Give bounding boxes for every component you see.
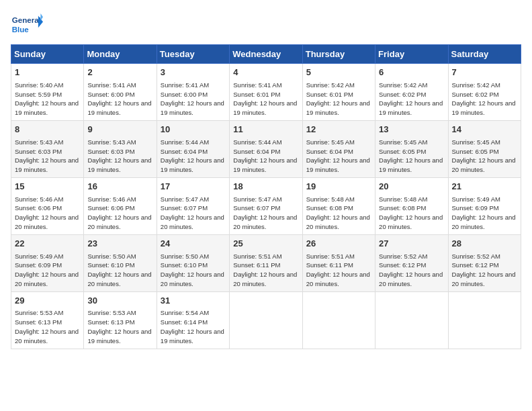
calendar-day-cell: 9Sunrise: 5:43 AMSunset: 6:03 PMDaylight…	[84, 120, 157, 177]
calendar-day-cell: 6Sunrise: 5:42 AMSunset: 6:02 PMDaylight…	[375, 64, 448, 121]
day-header-saturday: Saturday	[448, 45, 521, 64]
day-info: Sunrise: 5:51 AMSunset: 6:11 PMDaylight:…	[306, 252, 371, 289]
calendar-day-cell: 18Sunrise: 5:47 AMSunset: 6:07 PMDayligh…	[230, 177, 302, 234]
day-info: Sunrise: 5:46 AMSunset: 6:06 PMDaylight:…	[15, 195, 80, 232]
svg-text:General: General	[12, 16, 41, 24]
calendar-day-cell: 13Sunrise: 5:45 AMSunset: 6:05 PMDayligh…	[375, 120, 448, 177]
day-info: Sunrise: 5:52 AMSunset: 6:12 PMDaylight:…	[379, 252, 444, 289]
day-number: 8	[15, 124, 80, 136]
day-info: Sunrise: 5:50 AMSunset: 6:10 PMDaylight:…	[161, 252, 226, 289]
svg-marker-3	[40, 13, 43, 21]
day-header-sunday: Sunday	[11, 45, 84, 64]
day-number: 21	[452, 181, 517, 193]
day-number: 1	[15, 66, 80, 79]
day-info: Sunrise: 5:41 AMSunset: 6:01 PMDaylight:…	[233, 81, 298, 118]
calendar-day-cell: 27Sunrise: 5:52 AMSunset: 6:12 PMDayligh…	[375, 234, 448, 291]
day-header-friday: Friday	[375, 45, 448, 64]
day-number: 24	[161, 238, 226, 250]
day-number: 23	[87, 238, 152, 250]
calendar-day-cell: 16Sunrise: 5:46 AMSunset: 6:06 PMDayligh…	[84, 177, 157, 234]
day-number: 10	[161, 124, 226, 136]
day-info: Sunrise: 5:43 AMSunset: 6:03 PMDaylight:…	[87, 138, 152, 175]
day-number: 11	[233, 124, 298, 136]
day-number: 7	[452, 66, 517, 79]
day-info: Sunrise: 5:41 AMSunset: 6:00 PMDaylight:…	[161, 81, 226, 118]
day-number: 2	[87, 66, 152, 79]
day-info: Sunrise: 5:50 AMSunset: 6:10 PMDaylight:…	[87, 252, 152, 289]
day-info: Sunrise: 5:49 AMSunset: 6:09 PMDaylight:…	[15, 252, 80, 289]
logo-icon: General Blue	[11, 11, 43, 38]
calendar-day-cell: 12Sunrise: 5:45 AMSunset: 6:04 PMDayligh…	[302, 120, 375, 177]
calendar-day-cell: 23Sunrise: 5:50 AMSunset: 6:10 PMDayligh…	[84, 234, 157, 291]
calendar-day-cell: 25Sunrise: 5:51 AMSunset: 6:11 PMDayligh…	[230, 234, 302, 291]
calendar-week-row: 29Sunrise: 5:53 AMSunset: 6:13 PMDayligh…	[11, 291, 521, 349]
calendar-day-cell: 14Sunrise: 5:45 AMSunset: 6:05 PMDayligh…	[448, 120, 521, 177]
day-info: Sunrise: 5:48 AMSunset: 6:08 PMDaylight:…	[306, 195, 371, 232]
day-info: Sunrise: 5:46 AMSunset: 6:06 PMDaylight:…	[87, 195, 152, 232]
header: General Blue	[11, 11, 521, 38]
day-number: 25	[233, 238, 298, 250]
day-number: 12	[306, 124, 371, 136]
calendar-week-row: 22Sunrise: 5:49 AMSunset: 6:09 PMDayligh…	[11, 234, 521, 291]
day-number: 29	[15, 295, 80, 308]
day-info: Sunrise: 5:40 AMSunset: 5:59 PMDaylight:…	[15, 81, 80, 118]
calendar-day-cell: 24Sunrise: 5:50 AMSunset: 6:10 PMDayligh…	[157, 234, 229, 291]
day-number: 31	[161, 295, 226, 308]
day-number: 26	[306, 238, 371, 250]
day-info: Sunrise: 5:54 AMSunset: 6:14 PMDaylight:…	[161, 308, 226, 345]
calendar-day-cell: 30Sunrise: 5:53 AMSunset: 6:13 PMDayligh…	[84, 291, 157, 349]
calendar-day-cell: 3Sunrise: 5:41 AMSunset: 6:00 PMDaylight…	[157, 64, 229, 121]
day-number: 14	[452, 124, 517, 136]
calendar-day-cell	[302, 291, 375, 349]
calendar-week-row: 8Sunrise: 5:43 AMSunset: 6:03 PMDaylight…	[11, 120, 521, 177]
day-number: 9	[87, 124, 152, 136]
day-number: 16	[87, 181, 152, 193]
calendar-header-row: SundayMondayTuesdayWednesdayThursdayFrid…	[11, 45, 521, 64]
day-number: 5	[306, 66, 371, 79]
calendar-day-cell: 4Sunrise: 5:41 AMSunset: 6:01 PMDaylight…	[230, 64, 302, 121]
day-info: Sunrise: 5:45 AMSunset: 6:05 PMDaylight:…	[452, 138, 517, 175]
calendar-day-cell: 10Sunrise: 5:44 AMSunset: 6:04 PMDayligh…	[157, 120, 229, 177]
day-header-thursday: Thursday	[302, 45, 375, 64]
day-number: 28	[452, 238, 517, 250]
day-info: Sunrise: 5:42 AMSunset: 6:02 PMDaylight:…	[452, 81, 517, 118]
day-info: Sunrise: 5:53 AMSunset: 6:13 PMDaylight:…	[87, 308, 152, 345]
day-info: Sunrise: 5:45 AMSunset: 6:05 PMDaylight:…	[379, 138, 444, 175]
calendar-day-cell: 5Sunrise: 5:42 AMSunset: 6:01 PMDaylight…	[302, 64, 375, 121]
day-number: 30	[87, 295, 152, 308]
day-number: 22	[15, 238, 80, 250]
calendar-table: SundayMondayTuesdayWednesdayThursdayFrid…	[11, 44, 521, 349]
day-number: 27	[379, 238, 444, 250]
day-number: 6	[379, 66, 444, 79]
calendar-day-cell: 1Sunrise: 5:40 AMSunset: 5:59 PMDaylight…	[11, 64, 84, 121]
calendar-day-cell	[230, 291, 302, 349]
calendar-day-cell: 2Sunrise: 5:41 AMSunset: 6:00 PMDaylight…	[84, 64, 157, 121]
calendar-day-cell: 29Sunrise: 5:53 AMSunset: 6:13 PMDayligh…	[11, 291, 84, 349]
day-info: Sunrise: 5:47 AMSunset: 6:07 PMDaylight:…	[161, 195, 226, 232]
day-info: Sunrise: 5:49 AMSunset: 6:09 PMDaylight:…	[452, 195, 517, 232]
day-header-monday: Monday	[84, 45, 157, 64]
day-header-wednesday: Wednesday	[230, 45, 302, 64]
calendar-day-cell: 17Sunrise: 5:47 AMSunset: 6:07 PMDayligh…	[157, 177, 229, 234]
day-info: Sunrise: 5:48 AMSunset: 6:08 PMDaylight:…	[379, 195, 444, 232]
day-number: 18	[233, 181, 298, 193]
calendar-day-cell	[375, 291, 448, 349]
calendar-day-cell: 20Sunrise: 5:48 AMSunset: 6:08 PMDayligh…	[375, 177, 448, 234]
day-info: Sunrise: 5:45 AMSunset: 6:04 PMDaylight:…	[306, 138, 371, 175]
day-info: Sunrise: 5:47 AMSunset: 6:07 PMDaylight:…	[233, 195, 298, 232]
calendar-day-cell: 7Sunrise: 5:42 AMSunset: 6:02 PMDaylight…	[448, 64, 521, 121]
logo: General Blue	[11, 11, 46, 38]
calendar-day-cell: 19Sunrise: 5:48 AMSunset: 6:08 PMDayligh…	[302, 177, 375, 234]
day-info: Sunrise: 5:53 AMSunset: 6:13 PMDaylight:…	[15, 308, 80, 345]
calendar-day-cell: 22Sunrise: 5:49 AMSunset: 6:09 PMDayligh…	[11, 234, 84, 291]
day-info: Sunrise: 5:42 AMSunset: 6:01 PMDaylight:…	[306, 81, 371, 118]
day-number: 15	[15, 181, 80, 193]
day-info: Sunrise: 5:44 AMSunset: 6:04 PMDaylight:…	[233, 138, 298, 175]
svg-text:Blue: Blue	[12, 26, 30, 34]
day-info: Sunrise: 5:42 AMSunset: 6:02 PMDaylight:…	[379, 81, 444, 118]
day-info: Sunrise: 5:52 AMSunset: 6:12 PMDaylight:…	[452, 252, 517, 289]
day-number: 20	[379, 181, 444, 193]
day-info: Sunrise: 5:44 AMSunset: 6:04 PMDaylight:…	[161, 138, 226, 175]
day-number: 19	[306, 181, 371, 193]
calendar-week-row: 1Sunrise: 5:40 AMSunset: 5:59 PMDaylight…	[11, 64, 521, 121]
